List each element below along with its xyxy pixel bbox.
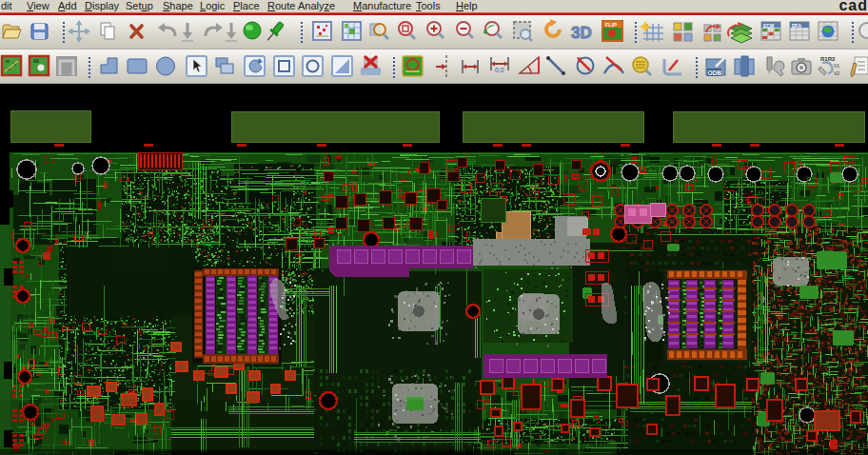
svg-text:ECM: ECM — [763, 23, 774, 29]
svg-text:ODB: ODB — [708, 69, 722, 76]
svg-text:DFA: DFA — [792, 23, 801, 29]
svg-text:V2: V2 — [834, 70, 839, 76]
svg-text:R1R2: R1R2 — [820, 56, 836, 62]
svg-text:FLIP: FLIP — [605, 22, 617, 28]
svg-text:0,0: 0,0 — [495, 67, 504, 73]
svg-text:V1: V1 — [834, 63, 839, 69]
svg-text:3D: 3D — [571, 24, 592, 42]
